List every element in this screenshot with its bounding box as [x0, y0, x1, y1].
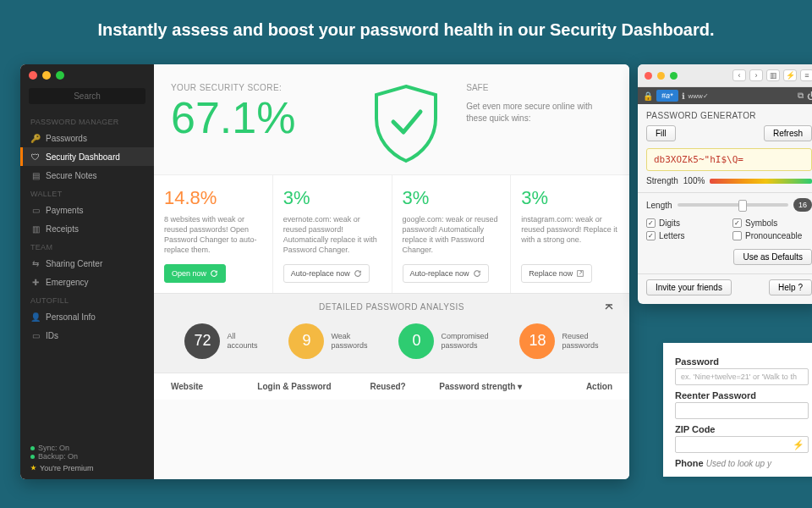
menu-icon[interactable]: ≡: [800, 69, 812, 81]
password-input[interactable]: ex. 'Nine+twelve=21' or 'Walk to th: [675, 368, 809, 385]
sidebar-item-label: Secure Notes: [46, 171, 97, 180]
help-icon: ?: [798, 283, 803, 292]
auto-replace-button[interactable]: Auto-replace now: [283, 264, 370, 283]
checkbox-icon: ✓: [646, 218, 656, 228]
share-icon: ⇆: [30, 258, 41, 268]
card-google: 3% google.com: weak or reused password! …: [392, 175, 511, 293]
bubble-weak[interactable]: 9Weakpasswords: [288, 323, 367, 359]
sidebar-item-passwords[interactable]: 🔑Passwords: [20, 129, 154, 147]
refresh-icon: [210, 269, 218, 278]
card-weak-reused: 14.8% 8 websites with weak or reused pas…: [154, 175, 272, 293]
external-icon: [576, 269, 584, 278]
bubble-all-accounts[interactable]: 72Allaccounts: [184, 323, 257, 359]
card-description: google.com: weak or reused password! Aut…: [403, 214, 501, 256]
popout-icon[interactable]: ⧉: [798, 91, 804, 101]
score-label: YOUR SECURITY SCORE:: [171, 83, 346, 92]
nav-back-button[interactable]: ‹: [732, 69, 746, 81]
sidebar-item-security-dashboard[interactable]: 🛡Security Dashboard: [20, 147, 154, 166]
auto-replace-button[interactable]: Auto-replace now: [403, 264, 489, 283]
sidebar-item-label: Passwords: [46, 134, 87, 143]
invite-friends-button[interactable]: Invite your friends: [646, 279, 732, 295]
card-percentage: 3%: [283, 187, 381, 209]
recommendation-cards: 14.8% 8 websites with weak or reused pas…: [154, 174, 629, 293]
safe-description: Get even more secure online with these q…: [466, 101, 612, 124]
sidebar-item-emergency[interactable]: ✚Emergency: [20, 273, 154, 291]
key-icon: 🔑: [30, 133, 41, 143]
zoom-icon[interactable]: [56, 71, 64, 80]
sidebar-item-ids[interactable]: ▭IDs: [20, 326, 154, 345]
password-generator-window: ‹ › ▥ ⚡ ≡ 🔒 #a* ℹ www✓ ⧉ ⏻ PASSWORD GENE…: [638, 64, 812, 304]
length-slider[interactable]: [678, 203, 788, 207]
use-defaults-button[interactable]: Use as Defaults: [733, 249, 812, 265]
card-percentage: 3%: [403, 187, 501, 209]
power-icon[interactable]: ⏻: [807, 91, 812, 101]
sidebar-item-label: Security Dashboard: [46, 152, 120, 162]
backup-status: Backup: On: [30, 452, 144, 461]
dashlane-icon[interactable]: ⚡: [783, 69, 797, 81]
zoom-icon[interactable]: [670, 72, 678, 80]
detailed-analysis: DETAILED PASSWORD ANALYSIS 72Allaccounts…: [154, 293, 629, 400]
card-percentage: 3%: [521, 187, 619, 209]
minimize-icon[interactable]: [42, 71, 51, 80]
replace-button[interactable]: Replace now: [521, 264, 592, 283]
sidebar-item-personal-info[interactable]: 👤Personal Info: [20, 307, 154, 326]
window-controls: [20, 64, 154, 86]
refresh-button[interactable]: Refresh: [764, 125, 812, 141]
length-value: 16: [793, 198, 812, 212]
phone-label: Phone: [675, 458, 704, 468]
sync-status: Sync: On: [30, 444, 144, 452]
generated-password[interactable]: db3XOZk5~"hI$\Q=: [646, 148, 812, 171]
www-icon[interactable]: www✓: [689, 92, 709, 100]
minimize-icon[interactable]: [657, 72, 665, 80]
expand-icon[interactable]: [604, 302, 614, 312]
open-now-button[interactable]: Open now: [164, 264, 226, 283]
th-login-password[interactable]: Login & Password: [257, 382, 370, 391]
bubble-reused[interactable]: 18Reusedpasswords: [519, 323, 598, 359]
sidebar-item-label: IDs: [46, 331, 58, 340]
info-icon[interactable]: ℹ: [682, 91, 685, 101]
card-description: instagram.com: weak or reused password! …: [521, 214, 619, 256]
bubble-compromised[interactable]: 0Compromisedpasswords: [398, 323, 488, 359]
sidebar-item-sharing-center[interactable]: ⇆Sharing Center: [20, 254, 154, 273]
card-icon: ▭: [30, 205, 41, 215]
nav-fwd-button[interactable]: ›: [749, 69, 763, 81]
sidebar-item-receipts[interactable]: ▥Receipts: [20, 219, 154, 238]
length-label: Length: [646, 201, 672, 210]
sidebar-section-wallet: WALLET: [20, 185, 154, 201]
close-icon[interactable]: [645, 72, 652, 80]
lock-icon: 🔒: [643, 91, 653, 101]
refresh-icon: [473, 269, 481, 278]
person-icon: 👤: [30, 312, 41, 322]
reenter-input[interactable]: [675, 402, 809, 419]
marketing-tagline: Instantly assess and boost your password…: [0, 0, 812, 55]
opt-digits[interactable]: ✓Digits: [646, 218, 726, 228]
sidebar-item-label: Receipts: [46, 224, 79, 234]
opt-pronounceable[interactable]: Pronounceable: [732, 231, 812, 240]
count-badge: 9: [288, 323, 324, 359]
strength-label: Strength: [646, 176, 678, 185]
emergency-icon: ✚: [30, 277, 41, 287]
opt-letters[interactable]: ✓Letters: [646, 231, 726, 240]
sidebar-item-payments[interactable]: ▭Payments: [20, 201, 154, 219]
opt-symbols[interactable]: ✓Symbols: [732, 218, 812, 228]
shield-icon: 🛡: [30, 152, 41, 162]
th-strength[interactable]: Password strength ▾: [439, 382, 560, 391]
sidebar-section-team: TEAM: [20, 238, 154, 254]
strength-bar: [710, 179, 812, 184]
th-website[interactable]: Website: [171, 382, 257, 391]
fill-button[interactable]: Fill: [646, 125, 676, 141]
card-percentage: 14.8%: [164, 187, 262, 209]
search-input[interactable]: Search: [29, 88, 145, 104]
close-icon[interactable]: [29, 71, 37, 80]
reenter-label: Reenter Password: [675, 390, 809, 400]
tab-generator[interactable]: #a*: [656, 90, 678, 102]
panel-icon[interactable]: ▥: [766, 69, 780, 81]
dashboard-window: Search PASSWORD MANAGER 🔑Passwords 🛡Secu…: [20, 64, 629, 479]
help-button[interactable]: Help ?: [769, 279, 812, 295]
sidebar-section-password-manager: PASSWORD MANAGER: [20, 113, 154, 129]
th-reused[interactable]: Reused?: [370, 382, 439, 391]
checkbox-icon: [732, 231, 742, 240]
zip-input[interactable]: ⚡: [675, 436, 809, 453]
dashlane-autofill-icon[interactable]: ⚡: [793, 439, 804, 450]
sidebar-item-secure-notes[interactable]: ▤Secure Notes: [20, 166, 154, 185]
